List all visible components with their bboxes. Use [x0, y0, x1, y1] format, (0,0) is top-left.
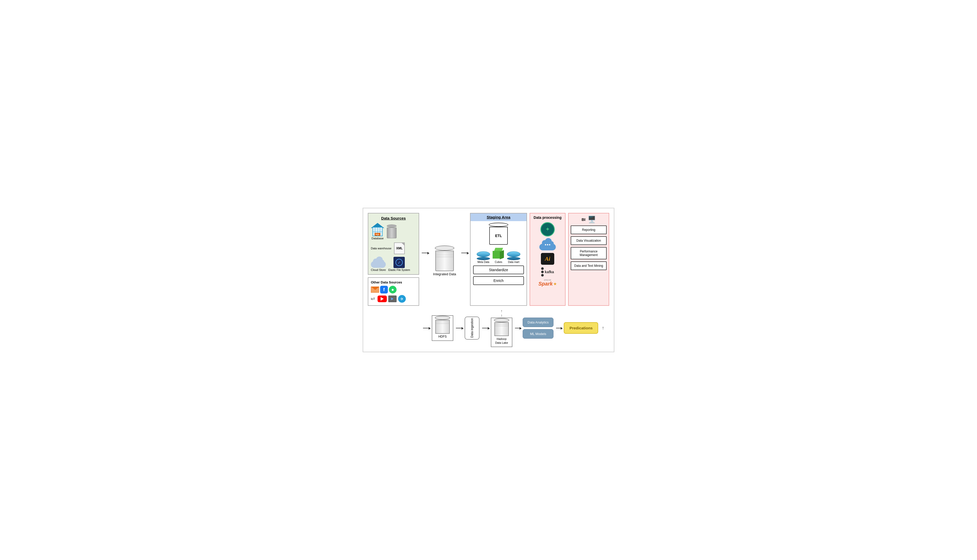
cubes-label: Cubes: [495, 261, 502, 263]
arrow-hdfs-to-ingestion: [456, 328, 462, 328]
arrow-integrated-to-staging: [461, 213, 467, 306]
other-ds-title: Other Data Sources: [371, 280, 416, 284]
arrow-hadoop-to-analytics: [515, 328, 520, 328]
data-analytics-box: Data Analytics: [523, 318, 554, 327]
staging-header: Staging Area: [470, 213, 527, 221]
bottom-row: HDFS Data ingestion ↑ ↓: [368, 309, 609, 347]
media-icon: [388, 295, 396, 302]
data-warehouse-item: Data warehouse: [371, 247, 391, 250]
data-text-mining-box: Data and Text Mining: [571, 262, 607, 270]
xml-label: XML: [396, 247, 402, 250]
cloud-store-label: Cloud Store: [371, 268, 386, 272]
email-icon: [371, 287, 379, 293]
bi-header: BI 🖥️: [571, 215, 607, 223]
arrow-ods-to-hdfs: [423, 328, 429, 328]
cloud-ai-icon: [539, 239, 556, 250]
hadoop-box: HadoopData Lake: [491, 318, 512, 347]
cubes-item: Cubes: [493, 248, 504, 263]
cloud-store-item: Cloud Store: [371, 257, 386, 272]
sql-badge: SQL: [375, 233, 380, 236]
ml-models-box: ML Models: [523, 329, 554, 338]
graphql-icon: ✦: [540, 222, 555, 237]
arrow-right-line: [422, 253, 428, 253]
cylinder-item: [387, 225, 396, 238]
hadoop-label: HadoopData Lake: [495, 337, 508, 345]
data-mart-label: Data mart: [508, 261, 519, 263]
arrow-ingestion-to-hadoop: [482, 328, 488, 328]
meta-data-label: Meta Data: [477, 261, 489, 263]
spark-icon: APACHE Spark ★: [538, 279, 557, 287]
standardize-box: Standardize: [473, 265, 524, 274]
data-warehouse-label: Data warehouse: [371, 247, 391, 250]
staging-title: Staging Area: [487, 215, 510, 219]
data-sources-box: Data Sources SQL Database: [368, 213, 419, 275]
staging-content: ETL Meta Data: [470, 221, 527, 305]
predictions-label: Predications: [569, 326, 592, 330]
diagram-container: Data Sources SQL Database: [363, 208, 614, 352]
arrow-predictions-to-bi: ↑: [602, 325, 604, 331]
arrow-right-line2: [461, 253, 467, 253]
database-label: Database: [371, 237, 383, 240]
hdfs-label: HDFS: [438, 335, 447, 338]
ods-icons-row: f ●: [371, 286, 416, 293]
enrich-box: Enrich: [473, 276, 524, 285]
etl-label: ETL: [495, 234, 502, 238]
data-ingestion-box: Data ingestion: [465, 317, 480, 340]
integrated-label: Integrated Data: [433, 272, 456, 276]
reporting-box: Reporting: [571, 225, 607, 234]
xml-item: XML: [394, 242, 405, 254]
adobe-ai-icon: Ai: [541, 253, 554, 265]
data-ingestion-label: Data ingestion: [470, 318, 474, 338]
analytics-col: Data Analytics ML Models: [523, 318, 554, 338]
bidirectional-arrow: ↑ ↓: [501, 309, 503, 317]
data-sources-title: Data Sources: [371, 216, 416, 220]
etl-cylinder: ETL: [489, 225, 508, 245]
staging-area-box: Staging Area ETL Meta Data: [470, 213, 527, 306]
iot-label: IoT: [371, 297, 375, 300]
bi-title: BI: [582, 217, 586, 222]
staging-icons-row: Meta Data Cubes: [477, 248, 520, 263]
integrated-data-col: Integrated Data: [430, 213, 459, 306]
facebook-icon: f: [380, 286, 388, 293]
data-processing-box: Data processing ✦ Ai: [530, 213, 565, 306]
bi-monitor-icon: 🖥️: [588, 215, 596, 223]
ods-second-row: IoT ✈: [371, 295, 416, 303]
arrow-analytics-to-predictions: [556, 328, 561, 328]
kafka-icon: kafka: [541, 267, 554, 277]
warehouse-item: SQL Database: [371, 223, 384, 240]
data-mart-item: Data mart: [507, 252, 520, 263]
telegram-icon: ✈: [398, 295, 406, 303]
whatsapp-icon: ●: [389, 286, 396, 293]
predictions-box: Predications: [564, 322, 598, 334]
data-visualization-box: Data Visualization: [571, 236, 607, 245]
arrow-ds-to-integrated: [422, 213, 428, 306]
data-processing-title: Data processing: [534, 215, 562, 220]
performance-management-box: Performance Management: [571, 247, 607, 259]
youtube-icon: [378, 295, 387, 302]
hdfs-box: HDFS: [432, 315, 453, 341]
efs-item: ⤢ Elastic File System: [388, 257, 410, 272]
hadoop-col: ↑ ↓ HadoopData Lake: [491, 309, 512, 347]
efs-label: Elastic File System: [388, 268, 410, 272]
bi-box: BI 🖥️ Reporting Data Visualization Perfo…: [568, 213, 609, 306]
meta-data-item: Meta Data: [477, 252, 490, 263]
data-sources-column: Data Sources SQL Database: [368, 213, 419, 306]
other-data-sources-box: Other Data Sources f ● IoT: [368, 277, 419, 306]
